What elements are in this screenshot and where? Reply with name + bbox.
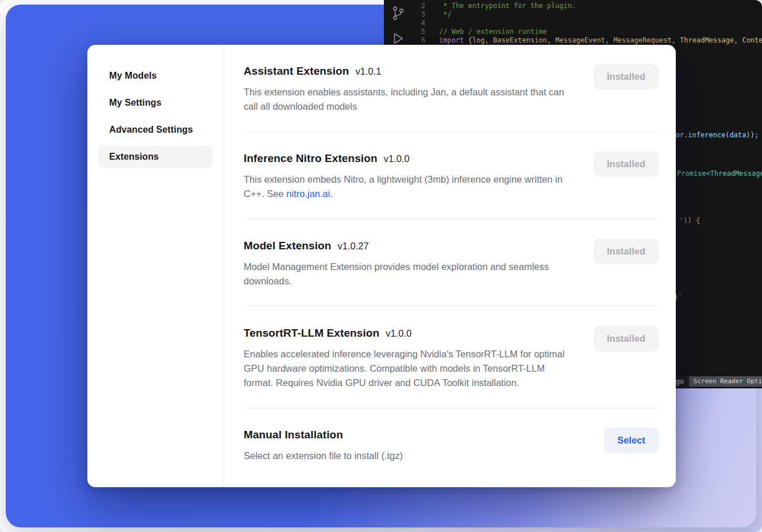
- sidebar-item-my-models[interactable]: My Models: [98, 64, 213, 87]
- screen-reader-badge[interactable]: Screen Reader Optimized: [689, 376, 762, 387]
- code-line: 3 */: [384, 10, 762, 19]
- installed-button[interactable]: Installed: [594, 64, 659, 89]
- desktop-background: 2 * The entrypoint for the plugin. 3 */ …: [0, 0, 762, 532]
- extension-name: TensortRT-LLM Extension: [244, 327, 379, 340]
- code-fragment: ')) {: [679, 217, 700, 225]
- extension-name: Assistant Extension: [244, 65, 349, 78]
- extension-item-model: Model Extension v1.0.27 Model Management…: [244, 219, 659, 307]
- extension-title: TensortRT-LLM Extension v1.0.0: [244, 327, 576, 340]
- code-text: */: [425, 10, 452, 19]
- code-text: // Web / extension runtime: [425, 28, 547, 36]
- extension-description: Enables accelerated inference leveraging…: [244, 347, 576, 390]
- extensions-panel: Assistant Extension v1.0.1 This extensio…: [224, 45, 676, 487]
- manual-installation-section: Manual Installation Select an extension …: [244, 408, 659, 481]
- extension-item-nitro: Inference Nitro Extension v1.0.0 This ex…: [244, 132, 659, 219]
- sidebar-item-extensions[interactable]: Extensions: [98, 145, 213, 168]
- manual-installation-description: Select an extension file to install (.tg…: [244, 449, 403, 463]
- line-number: 2: [384, 2, 425, 10]
- code-text: [425, 19, 439, 28]
- select-file-button[interactable]: Select: [604, 427, 659, 453]
- import-symbols: {log, BaseExtension, MessageEvent, Messa…: [468, 36, 762, 44]
- extension-name: Model Extension: [244, 240, 331, 252]
- code-line-import: 6 import {log, BaseExtension, MessageEve…: [384, 36, 762, 45]
- extension-description: Model Management Extension provides mode…: [244, 260, 576, 288]
- code-line: 5 // Web / extension runtime: [384, 28, 762, 36]
- import-keyword: import: [439, 36, 468, 44]
- extension-name: Inference Nitro Extension: [244, 152, 378, 165]
- code-line: 2 * The entrypoint for the plugin.: [384, 2, 762, 10]
- extension-version: v1.0.27: [337, 241, 368, 252]
- sidebar-item-my-settings[interactable]: My Settings: [98, 91, 213, 114]
- extension-item-assistant: Assistant Extension v1.0.1 This extensio…: [244, 45, 659, 132]
- code-text: * The entrypoint for the plugin.: [425, 2, 576, 10]
- nitro-jan-ai-link[interactable]: nitro.jan.ai.: [286, 188, 333, 199]
- extension-title: Model Extension v1.0.27: [244, 240, 576, 252]
- code-fragment: Promise<ThreadMessage>: [677, 169, 762, 178]
- extension-title: Assistant Extension v1.0.1: [244, 65, 576, 78]
- sidebar-item-advanced-settings[interactable]: Advanced Settings: [98, 118, 213, 141]
- installed-button[interactable]: Installed: [594, 238, 659, 264]
- line-number: 4: [384, 19, 425, 28]
- status-text: go: [676, 377, 684, 385]
- extension-description: This extension embeds Nitro, a lightweig…: [244, 172, 576, 201]
- extension-version: v1.0.0: [386, 328, 411, 339]
- section-title: Manual Installation: [244, 429, 343, 441]
- extension-item-tensorrt: TensortRT-LLM Extension v1.0.0 Enables a…: [244, 307, 659, 408]
- manual-installation-title: Manual Installation: [244, 429, 403, 441]
- line-number: 6: [384, 36, 425, 45]
- extension-description: This extension enables assistants, inclu…: [244, 85, 576, 114]
- settings-modal: My Models My Settings Advanced Settings …: [87, 45, 676, 487]
- code-fragment: rator.inference(data));: [663, 131, 759, 140]
- installed-button[interactable]: Installed: [594, 326, 659, 351]
- code-area: 2 * The entrypoint for the plugin. 3 */ …: [384, 2, 762, 45]
- extension-version: v1.0.0: [384, 153, 410, 164]
- settings-sidebar: My Models My Settings Advanced Settings …: [87, 45, 224, 487]
- installed-button[interactable]: Installed: [594, 151, 659, 176]
- code-line: 4: [384, 19, 762, 28]
- extension-version: v1.0.1: [356, 66, 382, 77]
- extension-title: Inference Nitro Extension v1.0.0: [244, 152, 576, 165]
- line-number: 3: [384, 10, 425, 19]
- line-number: 5: [384, 28, 425, 36]
